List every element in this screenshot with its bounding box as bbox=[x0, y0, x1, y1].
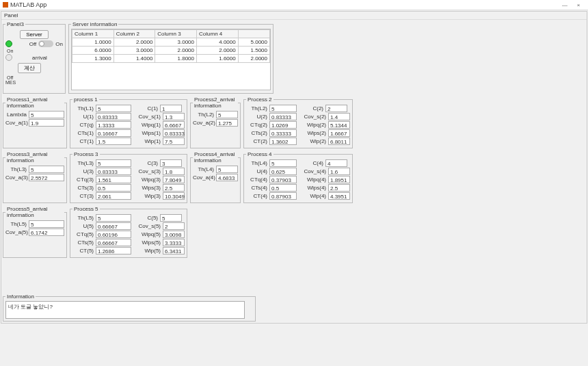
p2-ctq[interactable]: 1.0269 bbox=[269, 121, 297, 129]
p4-c[interactable]: 4 bbox=[325, 159, 347, 167]
p5a-th[interactable]: 5 bbox=[29, 220, 64, 228]
server-table[interactable]: Column 1Column 2Column 3Column 4 1.00002… bbox=[72, 29, 270, 63]
table-row[interactable]: 1.30001.40001.80001.60002.0000 bbox=[72, 55, 270, 63]
table-cell[interactable]: 2.0000 bbox=[238, 55, 269, 63]
p4-cts[interactable]: 0.5 bbox=[269, 184, 297, 192]
p1-arrival: Process1_arrival information Lambda5 Cov… bbox=[3, 96, 67, 148]
off-lamp bbox=[5, 54, 12, 61]
p3-u[interactable]: 0.83333 bbox=[96, 168, 131, 175]
p4-covs[interactable]: 1.6 bbox=[328, 168, 350, 175]
p2-wips[interactable]: 1.6667 bbox=[328, 129, 350, 137]
p4-ct[interactable]: 0.87903 bbox=[269, 192, 297, 200]
p5-wip[interactable]: 6.3431 bbox=[163, 247, 185, 254]
p1-covs-lbl: Cov_s(1) bbox=[137, 114, 163, 120]
p5-th[interactable]: 5 bbox=[96, 214, 131, 222]
p3-ct[interactable]: 2.061 bbox=[96, 192, 131, 200]
close-button[interactable]: × bbox=[572, 2, 585, 8]
table-row[interactable]: 1.00002.00003.00004.00005.0000 bbox=[72, 38, 270, 47]
p3a-cova[interactable]: 2.5572 bbox=[29, 174, 64, 181]
p3-th[interactable]: 5 bbox=[96, 159, 131, 167]
off-label: Off bbox=[7, 75, 63, 80]
p2-wips-lbl: Wips(2) bbox=[302, 130, 328, 136]
table-cell[interactable]: 2.0000 bbox=[155, 47, 197, 55]
table-cell[interactable]: 3.0000 bbox=[155, 38, 197, 47]
p3a-th[interactable]: 5 bbox=[29, 166, 64, 173]
p1-th[interactable]: 5 bbox=[96, 105, 131, 112]
table-row[interactable]: 6.00003.00002.00002.00001.5000 bbox=[72, 47, 270, 55]
cova1-field[interactable]: 1.9 bbox=[29, 119, 64, 127]
p5-cts[interactable]: 0.66667 bbox=[96, 239, 131, 246]
table-cell[interactable]: 1.6000 bbox=[197, 55, 239, 63]
info-textarea[interactable]: 네가 토글 놓았니? bbox=[5, 301, 245, 319]
p1-c[interactable]: 1 bbox=[160, 105, 182, 112]
p1-wip[interactable]: 7.5 bbox=[163, 138, 185, 145]
p2-cts[interactable]: 0.33333 bbox=[269, 129, 297, 137]
minimize-button[interactable]: — bbox=[558, 2, 572, 8]
p5-wipq[interactable]: 3.0098 bbox=[163, 231, 185, 238]
p2-ctq-lbl: CTq(2) bbox=[246, 122, 269, 128]
p5-ctq-lbl: CTq(5) bbox=[72, 231, 96, 237]
p4-ctq[interactable]: 0.37903 bbox=[269, 176, 297, 183]
p1-ctq[interactable]: 1.3333 bbox=[96, 121, 131, 129]
p5-covs[interactable]: 2 bbox=[163, 222, 185, 230]
p5-wips[interactable]: 3.3333 bbox=[163, 239, 185, 246]
table-cell[interactable]: 1.0000 bbox=[72, 38, 114, 47]
p5-ctq[interactable]: 0.60196 bbox=[96, 231, 131, 238]
table-cell[interactable]: 1.3000 bbox=[72, 55, 114, 63]
p4-u[interactable]: 0.625 bbox=[269, 168, 297, 175]
p2-c[interactable]: 2 bbox=[325, 105, 347, 112]
lambda-field[interactable]: 5 bbox=[29, 111, 64, 118]
p2-u[interactable]: 0.83333 bbox=[269, 113, 297, 120]
p4-wips[interactable]: 2.5 bbox=[328, 184, 350, 192]
p2-wip-lbl: Wip(2) bbox=[302, 138, 328, 144]
p5a-th-lbl: Th(L5) bbox=[5, 221, 29, 227]
p5-u[interactable]: 0.66667 bbox=[96, 222, 131, 230]
p3-wip[interactable]: 10.3049 bbox=[163, 192, 185, 200]
p2a-cova[interactable]: 1.275 bbox=[216, 119, 238, 127]
p4-wip[interactable]: 4.3951 bbox=[328, 192, 350, 200]
p2-wipq[interactable]: 5.1344 bbox=[328, 121, 350, 129]
p1-wipq[interactable]: 6.6667 bbox=[163, 121, 185, 129]
server-button[interactable]: Server bbox=[20, 30, 49, 39]
table-cell[interactable]: 5.0000 bbox=[238, 38, 269, 47]
lambda-label: Lambda bbox=[5, 112, 29, 118]
table-cell[interactable]: 2.0000 bbox=[197, 47, 239, 55]
p3-ctq[interactable]: 1.561 bbox=[96, 176, 131, 183]
p1-cts[interactable]: 0.16667 bbox=[96, 129, 131, 137]
table-cell[interactable]: 1.4000 bbox=[113, 55, 155, 63]
table-cell[interactable]: 3.0000 bbox=[113, 47, 155, 55]
p1-ct[interactable]: 1.5 bbox=[96, 138, 131, 145]
p3-cts[interactable]: 0.5 bbox=[96, 184, 131, 192]
p2-wip[interactable]: 6.8011 bbox=[328, 138, 350, 145]
p5a-cova[interactable]: 6.1742 bbox=[29, 228, 64, 236]
calc-button[interactable]: 계산 bbox=[18, 63, 41, 73]
p4-wipq[interactable]: 1.8951 bbox=[328, 176, 350, 183]
p1-covs[interactable]: 1.3 bbox=[163, 113, 185, 120]
table-cell[interactable]: 4.0000 bbox=[197, 38, 239, 47]
table-header: Column 2 bbox=[113, 30, 155, 38]
p5-ct[interactable]: 1.2686 bbox=[96, 247, 131, 254]
p3-c[interactable]: 3 bbox=[160, 159, 182, 167]
table-cell[interactable]: 2.0000 bbox=[113, 38, 155, 47]
table-cell[interactable]: 1.5000 bbox=[238, 47, 269, 55]
p3-wipq[interactable]: 7.8049 bbox=[163, 176, 185, 183]
p5-c[interactable]: 5 bbox=[160, 214, 182, 222]
p3-ct-lbl: CT(3) bbox=[72, 193, 96, 199]
p2-th[interactable]: 5 bbox=[269, 105, 297, 112]
p4a-th[interactable]: 5 bbox=[216, 166, 238, 173]
p2-covs[interactable]: 1.4 bbox=[328, 113, 350, 120]
p2a-cova-lbl: Cov_a(2) bbox=[193, 120, 216, 126]
arrival-toggle[interactable] bbox=[38, 40, 53, 47]
p4-th[interactable]: 5 bbox=[269, 159, 297, 167]
p4a-cova[interactable]: 4.6833 bbox=[216, 174, 238, 181]
p2-ct[interactable]: 1.3602 bbox=[269, 138, 297, 145]
p1-wips[interactable]: 0.83333 bbox=[163, 129, 185, 137]
table-cell[interactable]: 6.0000 bbox=[72, 47, 114, 55]
p1-u[interactable]: 0.83333 bbox=[96, 113, 131, 120]
p2a-th[interactable]: 5 bbox=[216, 111, 238, 118]
p3-wips[interactable]: 2.5 bbox=[163, 184, 185, 192]
p5-title: Process 5 bbox=[72, 206, 100, 212]
table-cell[interactable]: 1.8000 bbox=[155, 55, 197, 63]
server-info-panel: Server information Column 1Column 2Colum… bbox=[68, 21, 273, 94]
p3-covs[interactable]: 1.8 bbox=[163, 168, 185, 175]
